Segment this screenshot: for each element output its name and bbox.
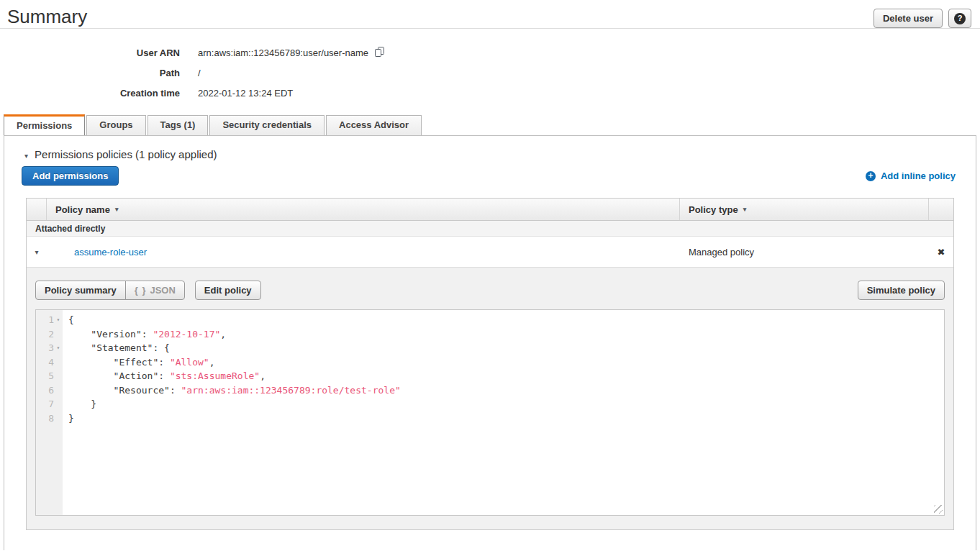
code-line: "Action": "sts:AssumeRole", — [68, 369, 944, 383]
tab-security-credentials[interactable]: Security credentials — [209, 115, 325, 135]
policy-table-header: Policy name ▾ Policy type ▾ — [27, 199, 953, 221]
page-header: Summary Delete user ? — [0, 0, 980, 29]
editor-code[interactable]: { "Version": "2012-10-17", "Statement": … — [63, 310, 944, 515]
edit-policy-button[interactable]: Edit policy — [195, 281, 261, 300]
tab-access-advisor[interactable]: Access Advisor — [326, 115, 422, 135]
remove-policy-icon[interactable]: ✖ — [938, 247, 945, 258]
copy-icon[interactable] — [374, 46, 385, 60]
code-line: "Resource": "arn:aws:iam::123456789:role… — [68, 383, 944, 398]
tab-groups[interactable]: Groups — [86, 115, 145, 135]
delete-user-button[interactable]: Delete user — [874, 9, 943, 28]
policy-name-header-label: Policy name — [55, 204, 110, 215]
json-policy-editor[interactable]: 1▾23▾45678 { "Version": "2012-10-17", "S… — [35, 309, 945, 516]
tab-tags[interactable]: Tags (1) — [148, 115, 209, 135]
help-icon: ? — [954, 13, 966, 24]
field-row-user-arn: User ARN arn:aws:iam::123456789:user/use… — [0, 42, 980, 63]
column-policy-name[interactable]: Policy name ▾ — [47, 199, 680, 220]
plus-circle-icon: + — [866, 171, 876, 181]
simulate-policy-button[interactable]: Simulate policy — [858, 281, 945, 300]
permissions-policies-heading: ▾Permissions policies (1 policy applied) — [4, 136, 976, 162]
add-inline-policy-link[interactable]: + Add inline policy — [866, 170, 956, 181]
tab-bar: Permissions Groups Tags (1) Security cre… — [0, 115, 980, 135]
permissions-toolbar: Add permissions + Add inline policy — [22, 166, 956, 186]
permissions-tab-panel: ▾Permissions policies (1 policy applied)… — [4, 135, 976, 550]
header-actions: Delete user ? — [874, 9, 971, 28]
path-value: / — [198, 68, 201, 78]
path-label: Path — [0, 68, 180, 78]
add-permissions-button[interactable]: Add permissions — [22, 166, 119, 186]
tab-permissions[interactable]: Permissions — [4, 114, 85, 135]
json-view-button[interactable]: { } JSON — [125, 281, 185, 300]
permissions-policies-heading-label: Permissions policies (1 policy applied) — [35, 148, 217, 160]
code-line: { — [68, 313, 944, 327]
code-line: "Effect": "Allow", — [68, 355, 944, 370]
collapse-caret-icon[interactable]: ▾ — [24, 152, 28, 160]
field-row-path: Path / — [0, 63, 980, 83]
fold-arrow-icon[interactable]: ▾ — [54, 341, 63, 355]
policy-view-button-group: Policy summary { } JSON — [35, 281, 185, 300]
user-arn-label: User ARN — [0, 47, 180, 58]
header-expander-cell — [27, 199, 47, 220]
field-row-creation-time: Creation time 2022-01-12 13:24 EDT — [0, 83, 980, 103]
attached-directly-group-row: Attached directly — [27, 221, 953, 237]
fold-arrow-icon[interactable]: ▾ — [54, 313, 63, 327]
policy-table-row: ▾ assume-role-user Managed policy ✖ — [27, 237, 953, 267]
policy-name-link[interactable]: assume-role-user — [74, 247, 147, 258]
page-title: Summary — [7, 6, 87, 27]
row-expander-icon[interactable]: ▾ — [35, 248, 38, 256]
sort-arrow-icon: ▾ — [743, 206, 747, 213]
policy-type-value: Managed policy — [689, 247, 754, 258]
editor-gutter: 1▾23▾45678 — [36, 310, 63, 515]
policy-type-header-label: Policy type — [689, 204, 738, 215]
sort-arrow-icon: ▾ — [115, 206, 119, 213]
add-inline-policy-label: Add inline policy — [881, 170, 956, 181]
editor-resize-handle[interactable] — [934, 505, 943, 514]
code-line: "Version": "2012-10-17", — [68, 327, 944, 342]
creation-time-value: 2022-01-12 13:24 EDT — [198, 88, 293, 99]
creation-time-label: Creation time — [0, 88, 180, 99]
json-button-label: JSON — [150, 285, 175, 296]
code-line: "Statement": { — [68, 341, 944, 355]
user-details: User ARN arn:aws:iam::123456789:user/use… — [0, 42, 980, 103]
code-line: } — [68, 397, 944, 411]
code-line: } — [68, 411, 944, 426]
policy-detail-panel: Policy summary { } JSON Edit policy Simu… — [27, 267, 953, 529]
column-policy-type[interactable]: Policy type ▾ — [680, 199, 929, 220]
policy-detail-toolbar: Policy summary { } JSON Edit policy Simu… — [35, 281, 945, 300]
policy-table: Policy name ▾ Policy type ▾ Attached dir… — [26, 198, 954, 530]
policy-summary-button[interactable]: Policy summary — [35, 281, 126, 300]
braces-icon: { } — [135, 285, 147, 296]
user-arn-value: arn:aws:iam::123456789:user/user-name — [198, 47, 368, 58]
help-button[interactable]: ? — [948, 9, 971, 28]
